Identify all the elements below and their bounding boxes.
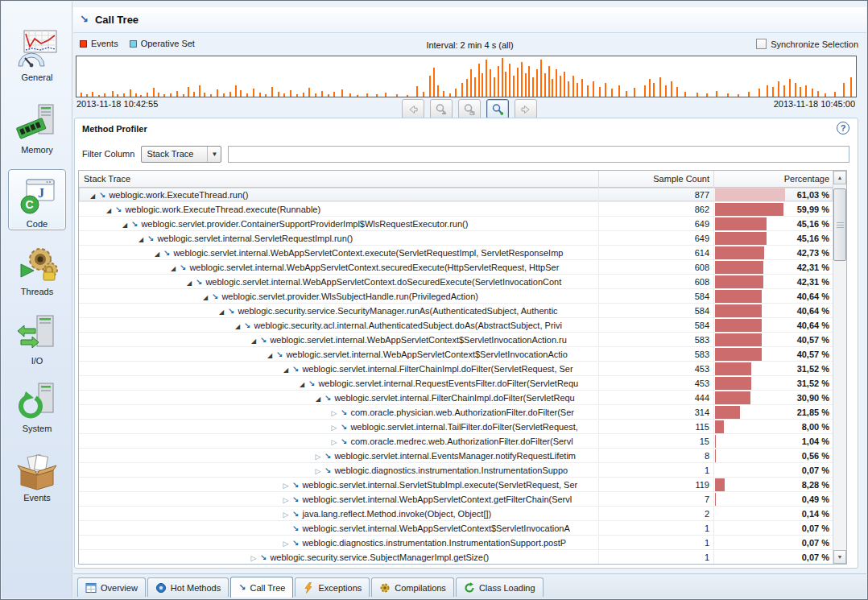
sidebar-item-memory[interactable]: Memory	[2, 101, 72, 155]
tab-hot-methods[interactable]: Hot Methods	[147, 577, 229, 597]
call-tree-arrow-icon: ↘	[238, 582, 246, 593]
timeline-spike	[605, 83, 606, 97]
table-row[interactable]: ▷↘java.lang.reflect.Method.invoke(Object…	[79, 507, 833, 521]
table-row[interactable]: ▷↘weblogic.diagnostics.instrumentation.I…	[79, 463, 833, 478]
table-row[interactable]: ▷↘weblogic.servlet.internal.ServletStubI…	[79, 478, 833, 492]
tree-collapse-icon[interactable]: ◢	[266, 349, 274, 362]
tree-collapse-icon[interactable]: ◢	[169, 262, 177, 275]
table-row[interactable]: ◢↘weblogic.servlet.internal.FilterChainI…	[79, 362, 833, 376]
tree-expand-icon[interactable]: ▷	[330, 420, 338, 434]
table-row[interactable]: ◢↘weblogic.servlet.internal.RequestEvent…	[79, 376, 833, 391]
scroll-up-icon[interactable]: ▲	[833, 171, 846, 184]
table-row[interactable]: ◢↘weblogic.servlet.internal.FilterChainI…	[79, 391, 833, 405]
tree-expand-icon[interactable]: ▷	[330, 406, 338, 420]
tree-expand-icon[interactable]: ▷	[250, 551, 258, 565]
table-row[interactable]: ▷↘weblogic.servlet.internal.TailFilter.d…	[79, 420, 833, 434]
zoom-out-button[interactable]	[430, 99, 453, 119]
tree-collapse-icon[interactable]: ◢	[89, 189, 97, 202]
table-scrollbar[interactable]: ▲ ▼	[833, 171, 846, 564]
table-row[interactable]: ▷↘weblogic.servlet.internal.WebAppServle…	[79, 492, 833, 507]
tree-collapse-icon[interactable]: ◢	[298, 378, 306, 391]
tree-collapse-icon[interactable]: ◢	[121, 218, 129, 231]
tree-collapse-icon[interactable]: ◢	[185, 276, 193, 289]
table-row[interactable]: ◢↘weblogic.servlet.internal.ServletReque…	[79, 231, 833, 246]
tree-collapse-icon[interactable]: ◢	[201, 291, 209, 304]
tree-expand-icon[interactable]: ▷	[282, 493, 290, 507]
tree-expand-icon[interactable]: ▷	[330, 435, 338, 449]
method-icon: ↘	[163, 246, 170, 260]
table-row[interactable]: ◢↘weblogic.servlet.internal.WebAppServle…	[79, 347, 833, 362]
column-header-stack-trace[interactable]: Stack Trace	[84, 171, 130, 188]
sample-count-cell: 1	[598, 550, 713, 565]
table-row[interactable]: ▷↘weblogic.diagnostics.instrumentation.I…	[79, 536, 833, 550]
percentage-cell: 45,16 %	[713, 217, 833, 231]
sidebar-item-io[interactable]: I/O	[2, 312, 72, 366]
sidebar-item-threads[interactable]: Threads	[2, 243, 72, 296]
sidebar-item-code[interactable]: JCCode	[2, 176, 72, 229]
sidebar-item-general[interactable]: General	[2, 29, 72, 82]
table-row[interactable]: ◢↘weblogic.servlet.provider.WlsSubjectHa…	[79, 289, 833, 304]
tab-exceptions[interactable]: Exceptions	[295, 577, 370, 597]
column-header-percentage[interactable]: Percentage	[713, 171, 833, 188]
table-row[interactable]: ◢↘weblogic.work.ExecuteThread.run()87761…	[79, 188, 833, 202]
table-row[interactable]: ▷↘com.oracle.physician.web.Authorization…	[79, 405, 833, 420]
tab-class-loading[interactable]: Class Loading	[456, 577, 544, 597]
column-header-sample-count[interactable]: Sample Count	[598, 171, 713, 188]
tree-expand-icon[interactable]: ▷	[314, 449, 322, 463]
table-row[interactable]: ◢↘weblogic.work.ExecuteThread.execute(Ru…	[79, 202, 833, 217]
sample-count-cell: 453	[598, 376, 713, 391]
zoom-reset-button[interactable]	[458, 99, 481, 119]
synchronize-selection[interactable]: Synchronize Selection	[756, 39, 858, 49]
table-row[interactable]: ◢↘weblogic.security.service.SecurityMana…	[79, 304, 833, 318]
synchronize-selection-checkbox[interactable]	[756, 39, 767, 49]
table-row[interactable]: ↘weblogic.servlet.internal.WebAppServlet…	[79, 521, 833, 536]
sidebar-item-events[interactable]: Events	[2, 449, 72, 503]
table-row[interactable]: ◢↘weblogic.servlet.provider.ContainerSup…	[79, 217, 833, 231]
tree-collapse-icon[interactable]: ◢	[282, 363, 290, 376]
table-body: ◢↘weblogic.work.ExecuteThread.run()87761…	[79, 188, 833, 564]
tab-overview[interactable]: Overview	[77, 577, 146, 597]
tree-expand-icon[interactable]: ▷	[282, 478, 290, 492]
tree-collapse-icon[interactable]: ◢	[250, 334, 258, 347]
event-timeline-chart[interactable]	[76, 56, 857, 97]
tree-collapse-icon[interactable]: ◢	[234, 320, 242, 333]
scrollbar-thumb[interactable]	[833, 188, 846, 261]
sidebar-item-system[interactable]: System	[2, 380, 72, 433]
percentage-bar	[715, 377, 751, 390]
table-row[interactable]: ◢↘weblogic.servlet.internal.WebAppServle…	[79, 260, 833, 275]
help-icon[interactable]: ?	[837, 122, 849, 134]
tab-compilations[interactable]: Compilations	[371, 577, 454, 597]
tree-collapse-icon[interactable]: ◢	[314, 392, 322, 405]
zoom-in-button[interactable]	[486, 99, 509, 119]
tree-expand-icon[interactable]: ▷	[282, 507, 290, 521]
table-row[interactable]: ◢↘weblogic.security.acl.internal.Authent…	[79, 318, 833, 333]
timeline-spike	[455, 89, 457, 97]
sample-count-cell: 1	[598, 521, 713, 536]
tree-collapse-icon[interactable]: ◢	[105, 204, 113, 217]
method-icon: ↘	[341, 406, 347, 420]
percentage-cell: 0,07 %	[713, 463, 833, 478]
timeline-spike	[843, 83, 845, 97]
timeline-spike	[259, 93, 261, 97]
table-row[interactable]: ◢↘weblogic.servlet.internal.WebAppServle…	[79, 246, 833, 260]
tree-collapse-icon[interactable]: ◢	[137, 233, 145, 246]
table-row[interactable]: ▷↘weblogic.servlet.internal.EventsManage…	[79, 449, 833, 463]
table-row[interactable]: ▷↘weblogic.security.service.SubjectManag…	[79, 550, 833, 565]
sample-count-cell: 444	[598, 391, 713, 405]
forward-button[interactable]	[515, 99, 537, 119]
table-row[interactable]: ▷↘com.oracle.medrec.web.AuthorizationFil…	[79, 434, 833, 449]
stack-trace-text: weblogic.security.service.SecurityManage…	[238, 306, 557, 316]
table-row[interactable]: ◢↘weblogic.servlet.internal.WebAppServle…	[79, 333, 833, 347]
filter-column-dropdown[interactable]: Stack Trace ▼	[141, 146, 221, 163]
filter-text-input[interactable]	[228, 146, 849, 163]
percentage-value: 31,52 %	[797, 362, 829, 376]
tree-collapse-icon[interactable]: ◢	[217, 305, 225, 318]
tab-call-tree[interactable]: ↘Call Tree	[230, 577, 293, 598]
timeline-spike	[265, 94, 267, 97]
tree-collapse-icon[interactable]: ◢	[153, 247, 161, 260]
back-button[interactable]	[402, 99, 424, 119]
table-row[interactable]: ◢↘weblogic.servlet.internal.WebAppServle…	[79, 275, 833, 289]
tree-expand-icon[interactable]: ▷	[282, 536, 290, 550]
scroll-down-icon[interactable]: ▼	[833, 550, 846, 564]
tree-expand-icon[interactable]: ▷	[314, 464, 322, 478]
